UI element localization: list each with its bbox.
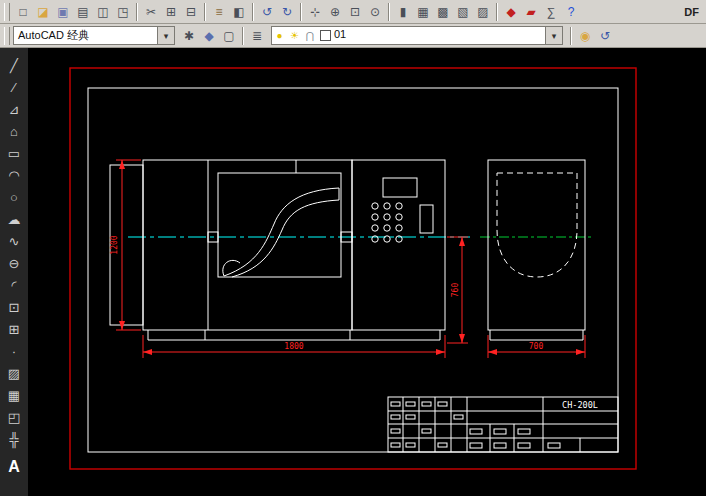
- gradient-icon[interactable]: ▦: [4, 384, 24, 406]
- quickcalc-icon[interactable]: ∑: [541, 2, 561, 22]
- publish-icon[interactable]: ◳: [113, 2, 133, 22]
- side-view[interactable]: [488, 160, 585, 330]
- dim-side-height: 760: [451, 283, 460, 298]
- layer-bulb-icon[interactable]: ●: [272, 27, 287, 44]
- rectangle-icon[interactable]: ▭: [4, 142, 24, 164]
- workspace-combo[interactable]: AutoCAD 经典 ▾: [13, 26, 175, 45]
- layer-lock-icon[interactable]: ⋂: [302, 27, 317, 44]
- chevron-down-icon[interactable]: ▾: [545, 27, 562, 44]
- layer-properties-icon[interactable]: ≣: [247, 26, 267, 46]
- toolbar-separator: [204, 3, 206, 21]
- circle-icon[interactable]: ○: [4, 186, 24, 208]
- zoom-realtime-icon[interactable]: ⊕: [325, 2, 345, 22]
- toolbar-separator: [496, 3, 498, 21]
- toolbar-separator: [300, 3, 302, 21]
- multiline-text-icon[interactable]: A: [4, 456, 24, 478]
- insert-block-icon[interactable]: ⊡: [4, 296, 24, 318]
- layer-combo[interactable]: ● ☀ ⋂ 01 ▾: [271, 26, 563, 45]
- cad-standards-icon[interactable]: ◆: [501, 2, 521, 22]
- clean-screen-icon[interactable]: ▢: [219, 26, 239, 46]
- block-editor-icon[interactable]: ◧: [229, 2, 249, 22]
- workspace-toolbar: AutoCAD 经典 ▾ ✱◆▢ ≣ ● ☀ ⋂ 01 ▾ ◉↺: [0, 24, 706, 48]
- copy-icon[interactable]: ⊞: [161, 2, 181, 22]
- sheet-set-manager-icon[interactable]: ▧: [453, 2, 473, 22]
- hatch-icon[interactable]: ▨: [4, 362, 24, 384]
- toolbar-separator: [242, 27, 244, 45]
- plot-preview-icon[interactable]: ◫: [93, 2, 113, 22]
- layer-previous-icon[interactable]: ↺: [595, 26, 615, 46]
- ellipse-arc-icon[interactable]: ◜: [4, 274, 24, 296]
- docked-toolbar-label: DF: [684, 6, 703, 18]
- point-icon[interactable]: ∙: [4, 340, 24, 362]
- toolbar-grip[interactable]: [4, 27, 10, 45]
- designcenter-icon[interactable]: ▦: [413, 2, 433, 22]
- autocad-window: □◪▣▤◫◳ ✂⊞⊟ ≡◧ ↺↻ ⊹⊕⊡⊙ ▮▦▩▧▨ ◆▰∑? DF Auto…: [0, 0, 706, 496]
- workspace-settings-icon[interactable]: ✱: [179, 26, 199, 46]
- dimensions[interactable]: 1200 760 1800: [110, 160, 585, 358]
- arc-icon[interactable]: ◠: [4, 164, 24, 186]
- my-workspace-icon[interactable]: ◆: [199, 26, 219, 46]
- properties-icon[interactable]: ▮: [393, 2, 413, 22]
- undo-icon[interactable]: ↺: [257, 2, 277, 22]
- render-icon[interactable]: ▰: [521, 2, 541, 22]
- markup-set-manager-icon[interactable]: ▨: [473, 2, 493, 22]
- control-cabinet[interactable]: [352, 160, 445, 330]
- toolbar-separator: [252, 3, 254, 21]
- save-icon[interactable]: ▣: [53, 2, 73, 22]
- make-object-layer-current-icon[interactable]: ◉: [575, 26, 595, 46]
- machine-base[interactable]: [148, 330, 583, 340]
- redo-icon[interactable]: ↻: [277, 2, 297, 22]
- paste-icon[interactable]: ⊟: [181, 2, 201, 22]
- chevron-down-icon[interactable]: ▾: [157, 27, 174, 44]
- dim-side-width: 700: [529, 342, 544, 351]
- toolbar-separator: [570, 27, 572, 45]
- toolbar-grip[interactable]: [4, 3, 10, 21]
- front-view[interactable]: [110, 160, 352, 330]
- layer-name: 01: [334, 27, 545, 44]
- title-block[interactable]: CH-200L: [388, 397, 618, 452]
- layer-freeze-icon[interactable]: ☀: [287, 27, 302, 44]
- toolbar-separator: [388, 3, 390, 21]
- plot-icon[interactable]: ▤: [73, 2, 93, 22]
- door-hidden-outline[interactable]: [497, 173, 577, 277]
- ellipse-icon[interactable]: ⊖: [4, 252, 24, 274]
- polyline-icon[interactable]: ⊿: [4, 98, 24, 120]
- polygon-icon[interactable]: ⌂: [4, 120, 24, 142]
- zoom-previous-icon[interactable]: ⊙: [365, 2, 385, 22]
- spline-icon[interactable]: ∿: [4, 230, 24, 252]
- line-icon[interactable]: ╱: [4, 54, 24, 76]
- help-icon[interactable]: ?: [561, 2, 581, 22]
- revision-cloud-icon[interactable]: ☁: [4, 208, 24, 230]
- make-block-icon[interactable]: ⊞: [4, 318, 24, 340]
- match-properties-icon[interactable]: ≡: [209, 2, 229, 22]
- toolbar-separator: [136, 3, 138, 21]
- draw-toolbar: ╱∕⊿⌂▭◠○☁∿⊖◜⊡⊞∙▨▦◰╬A: [0, 48, 28, 496]
- dim-front-height: 1200: [110, 235, 119, 254]
- cad-drawing[interactable]: 1200 760 1800: [28, 48, 706, 496]
- workspace: ╱∕⊿⌂▭◠○☁∿⊖◜⊡⊞∙▨▦◰╬A: [0, 48, 706, 496]
- tool-palettes-icon[interactable]: ▩: [433, 2, 453, 22]
- region-icon[interactable]: ◰: [4, 406, 24, 428]
- construction-line-icon[interactable]: ∕: [4, 76, 24, 98]
- new-icon[interactable]: □: [13, 2, 33, 22]
- layer-color-swatch[interactable]: [320, 30, 331, 41]
- drawing-canvas[interactable]: 1200 760 1800: [28, 48, 706, 496]
- title-block-model: CH-200L: [562, 400, 598, 410]
- open-icon[interactable]: ◪: [33, 2, 53, 22]
- workspace-combo-value: AutoCAD 经典: [14, 27, 157, 44]
- table-icon[interactable]: ╬: [4, 428, 24, 450]
- cut-icon[interactable]: ✂: [141, 2, 161, 22]
- top-toolbar: □◪▣▤◫◳ ✂⊞⊟ ≡◧ ↺↻ ⊹⊕⊡⊙ ▮▦▩▧▨ ◆▰∑? DF: [0, 0, 706, 24]
- dim-front-width: 1800: [284, 342, 303, 351]
- zoom-window-icon[interactable]: ⊡: [345, 2, 365, 22]
- paper-frame[interactable]: [70, 68, 636, 469]
- pan-icon[interactable]: ⊹: [305, 2, 325, 22]
